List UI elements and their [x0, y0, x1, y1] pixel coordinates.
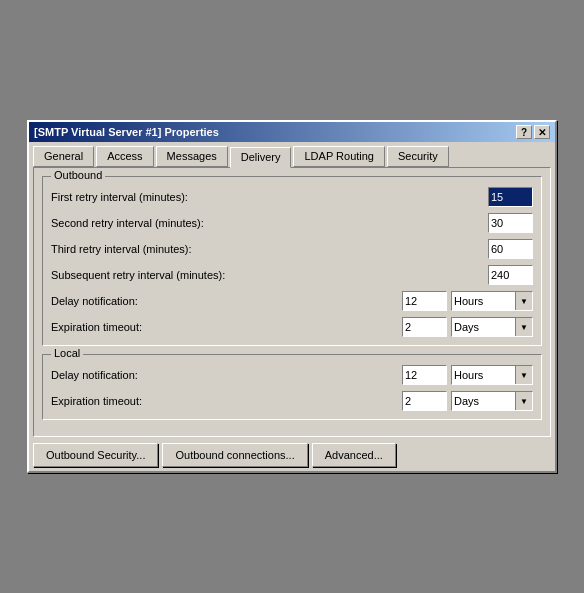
outbound-delay-input[interactable] [402, 291, 447, 311]
outbound-delay-label: Delay notification: [51, 295, 402, 307]
title-bar-buttons: ? ✕ [516, 125, 550, 139]
local-delay-input[interactable] [402, 365, 447, 385]
outbound-security-button[interactable]: Outbound Security... [33, 443, 158, 467]
local-expiration-unit-select[interactable]: Days ▼ [451, 391, 533, 411]
window-title: [SMTP Virtual Server #1] Properties [34, 126, 219, 138]
outbound-delay-row: Delay notification: Hours ▼ [51, 291, 533, 311]
close-button[interactable]: ✕ [534, 125, 550, 139]
local-expiration-unit-dropdown[interactable]: ▼ [515, 392, 532, 410]
outbound-group-label: Outbound [51, 169, 105, 181]
outbound-expiration-unit-value: Days [452, 321, 515, 333]
first-retry-input[interactable] [488, 187, 533, 207]
local-expiration-row: Expiration timeout: Days ▼ [51, 391, 533, 411]
second-retry-row: Second retry interval (minutes): [51, 213, 533, 233]
first-retry-label: First retry interval (minutes): [51, 191, 488, 203]
outbound-expiration-input[interactable] [402, 317, 447, 337]
local-expiration-label: Expiration timeout: [51, 395, 402, 407]
outbound-group: Outbound First retry interval (minutes):… [42, 176, 542, 346]
subsequent-retry-row: Subsequent retry interval (minutes): [51, 265, 533, 285]
second-retry-input[interactable] [488, 213, 533, 233]
local-group: Local Delay notification: Hours ▼ Expira… [42, 354, 542, 420]
tab-ldap-routing[interactable]: LDAP Routing [293, 146, 385, 167]
third-retry-input[interactable] [488, 239, 533, 259]
local-delay-unit-dropdown[interactable]: ▼ [515, 366, 532, 384]
outbound-delay-unit-select[interactable]: Hours ▼ [451, 291, 533, 311]
local-delay-label: Delay notification: [51, 369, 402, 381]
local-group-label: Local [51, 347, 83, 359]
outbound-expiration-label: Expiration timeout: [51, 321, 402, 333]
local-delay-unit-value: Hours [452, 369, 515, 381]
tab-security[interactable]: Security [387, 146, 449, 167]
tab-delivery[interactable]: Delivery [230, 147, 292, 168]
tab-content: Outbound First retry interval (minutes):… [33, 167, 551, 437]
outbound-connections-button[interactable]: Outbound connections... [162, 443, 307, 467]
outbound-expiration-row: Expiration timeout: Days ▼ [51, 317, 533, 337]
outbound-expiration-unit-dropdown[interactable]: ▼ [515, 318, 532, 336]
main-window: [SMTP Virtual Server #1] Properties ? ✕ … [27, 120, 557, 473]
local-expiration-unit-value: Days [452, 395, 515, 407]
outbound-delay-unit-value: Hours [452, 295, 515, 307]
tab-bar: General Access Messages Delivery LDAP Ro… [29, 142, 555, 167]
local-expiration-input[interactable] [402, 391, 447, 411]
first-retry-row: First retry interval (minutes): [51, 187, 533, 207]
outbound-expiration-unit-select[interactable]: Days ▼ [451, 317, 533, 337]
local-delay-row: Delay notification: Hours ▼ [51, 365, 533, 385]
outbound-delay-unit-dropdown[interactable]: ▼ [515, 292, 532, 310]
subsequent-retry-label: Subsequent retry interval (minutes): [51, 269, 488, 281]
tab-messages[interactable]: Messages [156, 146, 228, 167]
local-delay-unit-select[interactable]: Hours ▼ [451, 365, 533, 385]
tab-access[interactable]: Access [96, 146, 153, 167]
advanced-button[interactable]: Advanced... [312, 443, 396, 467]
third-retry-row: Third retry interval (minutes): [51, 239, 533, 259]
subsequent-retry-input[interactable] [488, 265, 533, 285]
third-retry-label: Third retry interval (minutes): [51, 243, 488, 255]
second-retry-label: Second retry interval (minutes): [51, 217, 488, 229]
title-bar: [SMTP Virtual Server #1] Properties ? ✕ [29, 122, 555, 142]
help-button[interactable]: ? [516, 125, 532, 139]
button-row: Outbound Security... Outbound connection… [29, 437, 555, 471]
tab-general[interactable]: General [33, 146, 94, 167]
